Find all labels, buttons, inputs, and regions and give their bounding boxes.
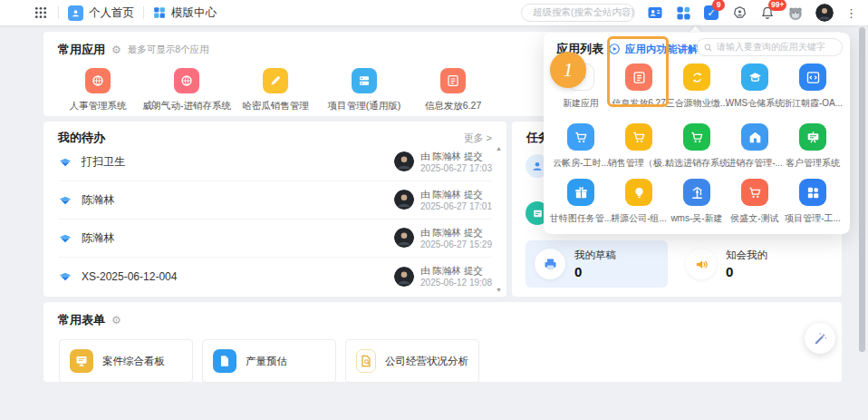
cart-icon: [690, 130, 705, 145]
popup-app-label: 甘特图任务管...: [550, 212, 612, 225]
todo-meta-group: 由 陈瀚林 提交2025-06-27 17:03: [394, 150, 492, 175]
todo-row[interactable]: XS-2025-06-12-004由 陈瀚林 提交2025-06-12 19:0…: [58, 258, 492, 296]
form-shortcut[interactable]: 产量预估: [202, 339, 336, 383]
todo-title: XS-2025-06-12-004: [82, 270, 177, 283]
form-shortcut[interactable]: 公司经营状况分析: [345, 339, 479, 383]
code-icon: [805, 70, 821, 85]
my-drafts-stat[interactable]: 我的草稿 0: [526, 240, 668, 288]
popup-app-item[interactable]: 耕源公司-组...: [611, 179, 667, 225]
popup-app-row: 新建应用信息发放6.27三合源物业缴...WMS仓储系统浙江朝霞-OA...: [553, 63, 841, 110]
app-shortcut-label: 项目管理(通用版): [328, 100, 401, 112]
notifications-bell-icon[interactable]: 99+: [759, 5, 776, 21]
global-search-input[interactable]: 超级搜索(搜索全站内容): [521, 4, 635, 22]
popup-app-row: 甘特图任务管...耕源公司-组...wms-吴-新建侯盛文-测试项目管理-工..…: [553, 179, 841, 225]
todo-row[interactable]: 陈瀚林由 陈瀚林 提交2025-06-27 15:29: [58, 220, 492, 258]
page-scrollbar[interactable]: [859, 27, 865, 352]
popup-app-item[interactable]: 项目管理-工...: [785, 179, 841, 225]
app-shortcut[interactable]: 人事管理系统: [53, 68, 142, 112]
popup-app-item[interactable]: WMS仓储系统: [727, 63, 783, 110]
crane-icon: [690, 185, 705, 200]
gift-icon: [567, 179, 594, 206]
todo-title: 陈瀚林: [82, 230, 114, 246]
scroll-up-icon[interactable]: ▲: [496, 145, 502, 151]
todo-meta: 由 陈瀚林 提交2025-06-27 15:29: [420, 226, 492, 251]
avatar: [394, 151, 414, 171]
popup-app-item[interactable]: 侯盛文-测试: [727, 179, 783, 225]
popup-app-item[interactable]: 信息发放6.27: [611, 63, 667, 110]
house-icon: [741, 123, 768, 151]
todo-count-badge: 9: [712, 0, 725, 11]
avatar: [394, 190, 414, 210]
app-shortcut[interactable]: 哈密瓜销售管理: [231, 68, 320, 112]
contacts-icon[interactable]: [647, 5, 663, 21]
magic-wand-button[interactable]: [805, 323, 835, 354]
user-avatar[interactable]: [815, 4, 834, 22]
sync-icon: [683, 63, 710, 91]
pencil-icon: [268, 73, 283, 88]
popup-app-item[interactable]: 云帐房-工时...: [553, 123, 609, 170]
popup-app-item[interactable]: 客户管理系统: [785, 123, 841, 170]
gear-icon[interactable]: ⚙: [111, 44, 121, 55]
filesearch-icon: [356, 349, 376, 373]
popup-app-item[interactable]: 三合源物业缴...: [669, 63, 725, 110]
app-shortcut-label: 人事管理系统: [70, 100, 127, 112]
todo-timestamp: 2025-06-27 17:03: [420, 162, 492, 175]
scroll-down-icon[interactable]: ▼: [496, 287, 502, 293]
app-shortcut[interactable]: 威朗气动-进销存系统: [142, 68, 231, 112]
todo-title: 陈瀚林: [82, 192, 114, 208]
send-icon: [58, 269, 72, 284]
my-drafts-value: 0: [574, 264, 616, 279]
popup-app-item[interactable]: 精选进销存系统: [669, 123, 725, 170]
approval-center-icon[interactable]: [731, 5, 747, 21]
rows-icon: [357, 73, 371, 88]
send-icon: [58, 193, 72, 208]
gift-icon: [574, 185, 589, 200]
send-icon: [58, 193, 72, 208]
cc-to-me-stat[interactable]: 知会我的 0: [677, 240, 819, 288]
popup-app-item[interactable]: wms-吴-新建: [669, 179, 725, 225]
todo-row[interactable]: 打扫卫生由 陈瀚林 提交2025-06-27 17:03: [58, 143, 492, 181]
cart-icon: [741, 179, 768, 206]
todo-check-icon[interactable]: ✓ 9: [703, 5, 719, 21]
divider: [143, 6, 144, 19]
todo-submitter: 由 陈瀚林 提交: [420, 150, 483, 162]
popup-app-item[interactable]: 甘特图任务管...: [553, 179, 609, 225]
grid4-icon: [805, 185, 821, 200]
app-shortcut[interactable]: 信息发放6.27: [409, 68, 497, 112]
cart-icon: [567, 123, 594, 151]
send-icon: [58, 155, 72, 170]
workbench-page: 个人首页 模版中心 超级搜索(搜索全站内容): [0, 0, 868, 420]
emoji-avatar[interactable]: [787, 5, 804, 21]
code-icon: [799, 63, 826, 91]
app-grid-icon[interactable]: [675, 5, 691, 21]
popup-app-item[interactable]: 浙江朝霞-OA...: [785, 63, 841, 110]
popup-app-label: 项目管理-工...: [785, 212, 841, 225]
popup-app-label: 浙江朝霞-OA...: [783, 97, 843, 110]
cart-icon: [747, 185, 763, 200]
todo-row[interactable]: 陈瀚林由 陈瀚林 提交2025-06-27 17:01: [58, 181, 492, 220]
form-shortcut-label: 产量预估: [246, 355, 287, 368]
form-shortcut-label: 公司经营状况分析: [385, 355, 468, 368]
avatar: [394, 267, 414, 287]
send-icon: [58, 231, 72, 246]
popup-app-item[interactable]: 进销存管理-...: [727, 123, 783, 170]
apps-launcher-icon[interactable]: [33, 5, 49, 21]
popup-app-item[interactable]: 销售管理（极...: [611, 123, 667, 170]
cc-to-me-value: 0: [726, 264, 767, 279]
form-shortcut[interactable]: 案件综合看板: [59, 339, 193, 383]
todo-timestamp: 2025-06-27 15:29: [420, 239, 492, 251]
gear-icon[interactable]: ⚙: [111, 315, 121, 326]
popup-search-input[interactable]: 请输入要查询的应用关键字: [696, 38, 843, 56]
doc-icon: [440, 68, 466, 93]
pencil-icon: [263, 68, 288, 93]
todo-meta-group: 由 陈瀚林 提交2025-06-27 17:01: [394, 188, 492, 213]
nav-template-center-tab[interactable]: 模版中心: [153, 5, 217, 21]
feature-guide-link[interactable]: 应用内功能讲解: [625, 43, 699, 56]
nav-home-tab[interactable]: 个人首页: [68, 5, 134, 21]
more-menu-icon[interactable]: ⋮: [845, 6, 857, 20]
play-icon[interactable]: [608, 43, 621, 55]
sync-icon: [690, 70, 705, 85]
app-shortcut[interactable]: 项目管理(通用版): [320, 68, 409, 112]
top-bar: 个人首页 模版中心 超级搜索(搜索全站内容): [0, 0, 868, 25]
todo-submitter: 由 陈瀚林 提交: [420, 226, 483, 239]
